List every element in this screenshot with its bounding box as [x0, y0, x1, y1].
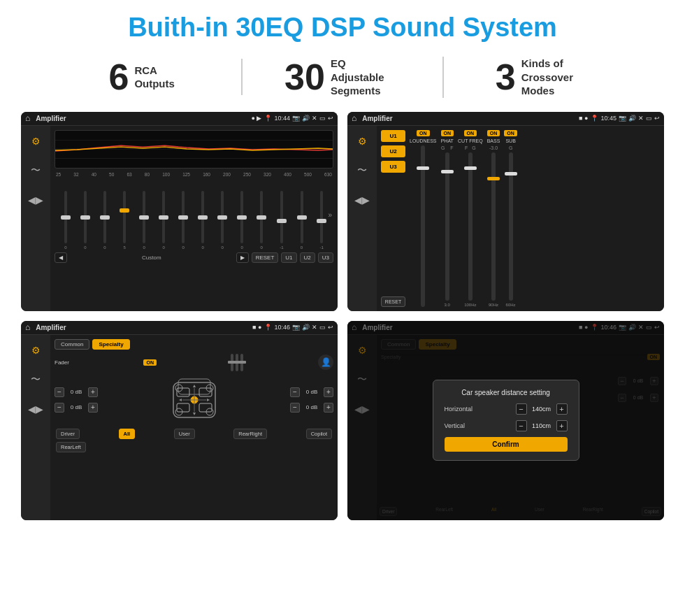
mixer-ch-loudness: ON LOUDNESS [410, 130, 437, 307]
eq-next-btn[interactable]: ▶ [236, 252, 249, 263]
fader-back-icon[interactable]: ↩ [328, 324, 333, 331]
mixer-reset-btn[interactable]: RESET [381, 296, 405, 307]
eq-slider-2: 0 [103, 191, 106, 250]
eq-status-bar: ⌂ Amplifier ● ▶ 📍 10:44 📷 🔊 ✕ ▭ ↩ [21, 112, 338, 126]
mixer-window-icon: ▭ [646, 115, 652, 122]
db-minus-br[interactable]: − [290, 403, 300, 413]
mixer-sidebar-icon2[interactable]: 〜 [352, 161, 372, 180]
eq-sidebar-icon2[interactable]: 〜 [26, 161, 45, 180]
fader-on-toggle[interactable]: ON [143, 359, 157, 366]
eq-slider-7: 0 [201, 191, 204, 250]
eq-sidebar-icon3[interactable]: ◀▶ [26, 190, 45, 210]
eq-sidebar-icon1[interactable]: ⚙ [26, 131, 45, 151]
db-plus-bl[interactable]: + [88, 403, 98, 413]
phat-on-badge[interactable]: ON [441, 130, 454, 136]
location-icon: 📍 [264, 115, 272, 122]
fader-sidebar: ⚙ 〜 ◀▶ [21, 335, 50, 520]
mixer-preset-u2[interactable]: U2 [381, 145, 405, 157]
horizontal-plus-btn[interactable]: + [556, 403, 568, 415]
eq-slider-10: 0 [260, 191, 263, 250]
eq-reset-btn[interactable]: RESET [252, 252, 279, 263]
modal-vertical-row: Vertical − 110cm + [445, 420, 568, 431]
sub-on-badge[interactable]: ON [504, 130, 517, 136]
all-btn[interactable]: All [119, 429, 136, 439]
mixer-sidebar-icon3[interactable]: ◀▶ [352, 190, 372, 210]
loudness-track[interactable] [421, 145, 425, 307]
db-minus-tr[interactable]: − [290, 387, 300, 397]
mixer-preset-u3[interactable]: U3 [381, 161, 405, 173]
bass-on-badge[interactable]: ON [487, 130, 500, 136]
eq-u2-btn[interactable]: U2 [300, 252, 315, 263]
eq-freq-labels: 253240506380 100125160200250320 40050063… [55, 172, 333, 177]
eq-slider-3: 5 [123, 191, 126, 250]
eq-slider-13: -1 [320, 191, 324, 250]
sub-track[interactable] [509, 152, 513, 301]
db-value-bl: 0 dB [66, 404, 86, 410]
vertical-minus-btn[interactable]: − [516, 420, 527, 431]
db-minus-bl[interactable]: − [55, 403, 64, 413]
driver-btn[interactable]: Driver [56, 429, 80, 439]
sub-label: SUB [505, 138, 515, 143]
eq-u1-btn[interactable]: U1 [281, 252, 296, 263]
svg-rect-8 [199, 403, 212, 412]
cutfreq-track[interactable] [468, 152, 473, 301]
eq-more-icon[interactable]: » [328, 210, 332, 218]
db-plus-tr[interactable]: + [324, 387, 333, 397]
back-icon[interactable]: ↩ [328, 115, 333, 122]
home-icon[interactable]: ⌂ [25, 113, 30, 123]
eq-indicator: ● ▶ [252, 115, 262, 122]
cutfreq-on-badge[interactable]: ON [464, 130, 477, 136]
stat-label-eq: EQ AdjustableSegments [331, 57, 401, 98]
modal-horizontal-row: Horizontal − 140cm + [445, 403, 568, 415]
svg-marker-15 [207, 399, 210, 401]
fader-home-icon[interactable]: ⌂ [25, 322, 30, 332]
user-icon[interactable]: 👤 [318, 354, 333, 370]
stat-number-eq: 30 [284, 59, 325, 95]
modal-box: Car speaker distance setting Horizontal … [433, 380, 579, 461]
stat-number-crossover: 3 [496, 59, 516, 95]
mixer-main: U1 U2 U3 RESET ON LOUDNESS [377, 126, 664, 311]
vertical-value: 110cm [529, 422, 554, 429]
mixer-back-icon[interactable]: ↩ [654, 115, 660, 122]
stat-number-rca: 6 [108, 59, 129, 95]
volume-icon: 🔊 [302, 115, 310, 122]
fader-sliders [231, 354, 243, 371]
fader-sidebar-icon1[interactable]: ⚙ [26, 341, 45, 360]
horizontal-value: 140cm [529, 406, 554, 413]
eq-main: 253240506380 100125160200250320 40050063… [50, 126, 338, 311]
bass-track[interactable] [491, 152, 496, 301]
rearright-btn[interactable]: RearRight [233, 429, 267, 439]
vertical-plus-btn[interactable]: + [556, 420, 568, 431]
tab-specialty[interactable]: Specialty [92, 339, 129, 350]
db-plus-br[interactable]: + [324, 403, 333, 413]
db-plus-tl[interactable]: + [88, 387, 98, 397]
fader-sidebar-icon2[interactable]: 〜 [26, 370, 45, 389]
modal-overlay: Car speaker distance setting Horizontal … [347, 321, 664, 520]
speaker-col-right: − 0 dB + − 0 dB + [290, 387, 333, 413]
horizontal-minus-btn[interactable]: − [516, 403, 527, 415]
fader-sidebar-icon3[interactable]: ◀▶ [26, 399, 45, 419]
eq-graph [55, 130, 333, 169]
eq-slider-0: 0 [64, 191, 67, 250]
dialog-screen: ⌂ Amplifier ■ ● 📍 10:46 📷 🔊 ✕ ▭ ↩ ⚙ 〜 ◀▶ [347, 321, 664, 520]
loudness-on-badge[interactable]: ON [417, 130, 430, 136]
tab-common[interactable]: Common [55, 339, 89, 350]
phat-track[interactable] [445, 152, 449, 301]
eq-slider-4: 0 [143, 191, 145, 250]
mixer-location-icon: 📍 [591, 115, 598, 122]
fader-slider-3[interactable] [240, 354, 243, 371]
rearleft-btn[interactable]: RearLeft [56, 442, 86, 452]
eq-prev-btn[interactable]: ◀ [55, 252, 67, 263]
mixer-presets: U1 U2 U3 RESET [381, 130, 405, 307]
fader-camera-icon: 📷 [292, 324, 300, 331]
db-minus-tl[interactable]: − [55, 387, 64, 397]
eq-u3-btn[interactable]: U3 [318, 252, 333, 263]
mixer-preset-u1[interactable]: U1 [381, 130, 405, 142]
svg-marker-12 [193, 385, 196, 387]
mixer-home-icon[interactable]: ⌂ [352, 113, 356, 123]
copilot-btn[interactable]: Copilot [306, 429, 332, 439]
user-btn[interactable]: User [174, 429, 195, 439]
stat-label-rca: RCAOutputs [134, 64, 175, 91]
confirm-button[interactable]: Confirm [445, 437, 568, 452]
mixer-sidebar-icon1[interactable]: ⚙ [352, 131, 372, 151]
